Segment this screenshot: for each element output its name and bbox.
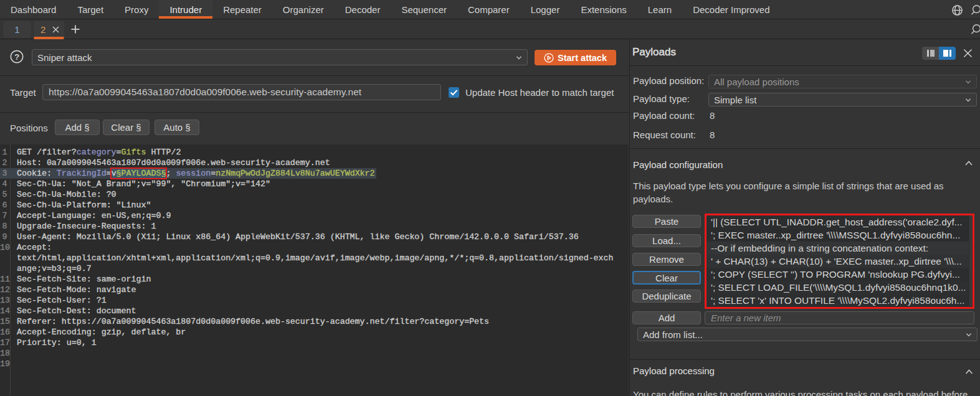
svg-text:?: ? bbox=[14, 52, 19, 62]
